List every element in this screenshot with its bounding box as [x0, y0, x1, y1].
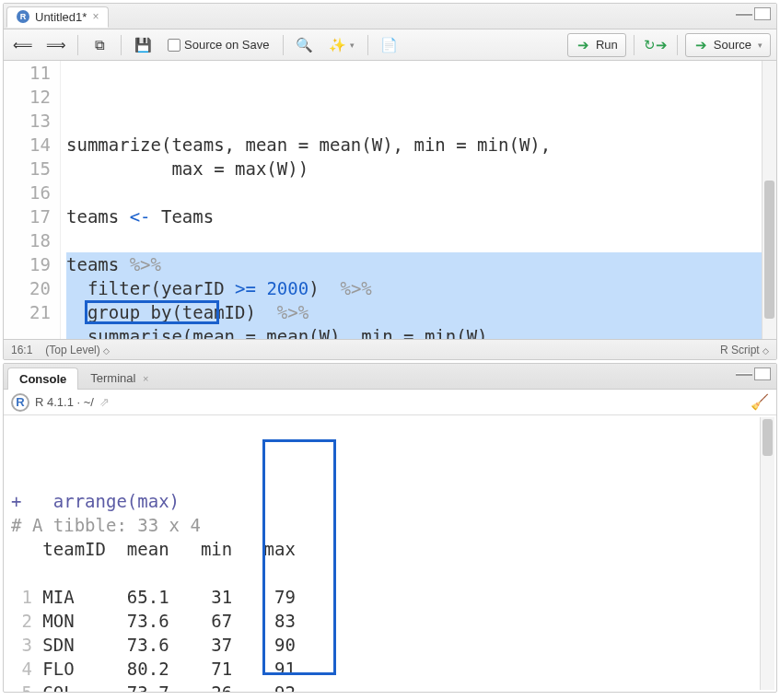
notebook-icon: 📄	[381, 37, 398, 53]
maximize-pane-icon[interactable]	[754, 7, 771, 20]
run-label: Run	[596, 38, 618, 52]
scope-selector[interactable]: (Top Level) ◇	[45, 344, 110, 356]
save-button[interactable]: 💾	[129, 34, 157, 56]
toolbar-separator	[121, 35, 122, 55]
toolbar-separator	[77, 35, 78, 55]
r-file-icon: R	[17, 10, 29, 23]
show-in-new-window-button[interactable]: ⧉	[86, 34, 113, 56]
minimize-pane-icon[interactable]	[736, 13, 752, 16]
tab-terminal[interactable]: Terminal ×	[78, 367, 160, 389]
code-editor[interactable]: 1112131415161718192021 summarize(teams, …	[4, 61, 776, 339]
source-on-save-label: Source on Save	[184, 38, 270, 52]
go-back-button[interactable]: ⟸	[9, 34, 37, 56]
scroll-thumb[interactable]	[763, 419, 773, 456]
console-scrollbar[interactable]	[760, 417, 774, 690]
code-tools-button[interactable]: ✨▾	[324, 34, 360, 56]
pane-window-controls	[736, 7, 771, 20]
console-info-bar: R R 4.1.1 · ~/ ⇗ 🧹	[4, 390, 776, 415]
go-forward-button[interactable]: ⟹	[42, 34, 70, 56]
toolbar-separator	[634, 35, 634, 55]
arrow-left-icon: ⟸	[15, 37, 31, 53]
compile-report-button[interactable]: 📄	[376, 34, 403, 56]
checkbox-icon	[168, 39, 180, 52]
share-icon[interactable]: ⇗	[99, 395, 110, 409]
console-output[interactable]: + arrange(max)# A tibble: 33 x 4 teamID …	[4, 415, 776, 692]
tab-console[interactable]: Console	[7, 368, 78, 390]
editor-scrollbar[interactable]	[762, 61, 776, 339]
rerun-icon: ↻➔	[647, 37, 664, 53]
run-button[interactable]: ➔ Run	[567, 33, 626, 57]
scroll-thumb[interactable]	[764, 181, 774, 319]
close-icon[interactable]: ×	[143, 373, 148, 384]
find-button[interactable]: 🔍	[291, 34, 319, 56]
file-tab-label: Untitled1*	[35, 10, 87, 24]
editor-status-bar: 16:1 (Top Level) ◇ R Script ◇	[4, 339, 776, 359]
dropdown-caret-icon: ▾	[758, 41, 763, 50]
source-on-save-toggle[interactable]: Source on Save	[162, 35, 275, 54]
toolbar-separator	[367, 35, 368, 55]
console-pane: Console Terminal × R R 4.1.1 · ~/ ⇗ 🧹 + …	[3, 363, 777, 693]
r-version-label: R 4.1.1 · ~/	[35, 395, 94, 409]
tab-console-label: Console	[19, 372, 66, 386]
search-icon: 🔍	[297, 37, 313, 53]
line-gutter: 1112131415161718192021	[4, 61, 61, 339]
dropdown-caret-icon: ▾	[350, 41, 355, 50]
maximize-pane-icon[interactable]	[754, 368, 771, 380]
close-icon[interactable]: ×	[92, 10, 99, 23]
arrow-right-icon: ⟹	[48, 37, 64, 53]
popout-icon: ⧉	[91, 37, 108, 53]
editor-pane: R Untitled1* × ⟸ ⟹ ⧉ 💾 Source on Save 🔍 …	[3, 3, 777, 360]
toolbar-separator	[283, 35, 284, 55]
run-arrow-icon: ➔	[576, 37, 592, 53]
editor-toolbar: ⟸ ⟹ ⧉ 💾 Source on Save 🔍 ✨▾ 📄 ➔ Run ↻➔ ➔…	[4, 29, 776, 61]
editor-tab-strip: R Untitled1* ×	[4, 4, 776, 29]
r-logo-icon: R	[11, 393, 29, 412]
wand-icon: ✨	[330, 37, 346, 53]
clear-console-button[interactable]: 🧹	[751, 393, 769, 411]
pane-window-controls	[736, 368, 771, 380]
cursor-position: 16:1	[11, 344, 32, 356]
toolbar-separator	[677, 35, 678, 55]
tab-terminal-label: Terminal	[90, 371, 135, 385]
source-button[interactable]: ➔ Source ▾	[685, 33, 771, 57]
source-label: Source	[714, 38, 751, 52]
code-body[interactable]: summarize(teams, mean = mean(W), min = m…	[61, 61, 762, 339]
file-tab[interactable]: R Untitled1* ×	[6, 6, 109, 28]
console-tab-strip: Console Terminal ×	[4, 364, 776, 390]
save-icon: 💾	[134, 37, 151, 53]
minimize-pane-icon[interactable]	[736, 373, 752, 376]
rerun-button[interactable]: ↻➔	[642, 34, 669, 56]
file-type-selector[interactable]: R Script ◇	[720, 344, 769, 356]
source-arrow-icon: ➔	[693, 37, 710, 53]
